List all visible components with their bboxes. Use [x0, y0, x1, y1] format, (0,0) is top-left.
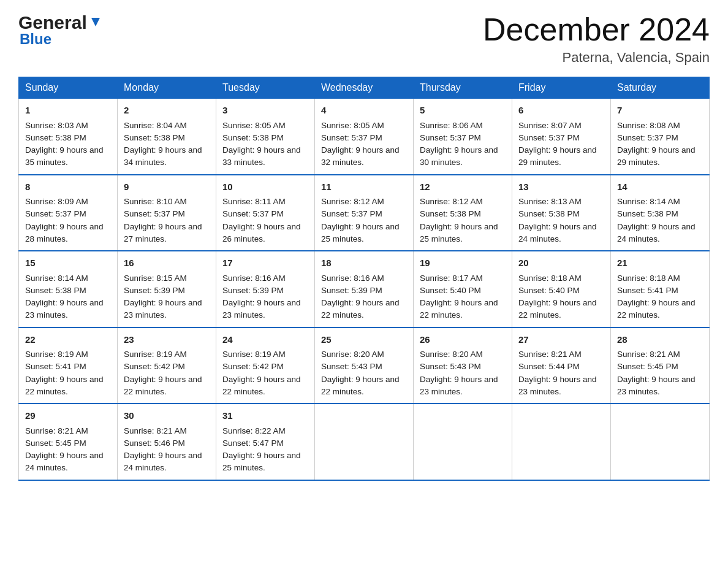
day-number: 19 — [420, 256, 506, 270]
day-number: 28 — [617, 333, 703, 347]
col-monday: Monday — [118, 77, 216, 99]
table-row: 18Sunrise: 8:16 AMSunset: 5:39 PMDayligh… — [315, 251, 414, 327]
day-info: Sunrise: 8:12 AMSunset: 5:37 PMDaylight:… — [321, 197, 400, 243]
day-number: 7 — [617, 104, 703, 118]
day-info: Sunrise: 8:16 AMSunset: 5:39 PMDaylight:… — [321, 274, 400, 320]
table-row — [611, 404, 710, 480]
location-subtitle: Paterna, Valencia, Spain — [483, 50, 710, 66]
table-row: 30Sunrise: 8:21 AMSunset: 5:46 PMDayligh… — [118, 404, 216, 480]
day-info: Sunrise: 8:13 AMSunset: 5:38 PMDaylight:… — [518, 197, 597, 243]
table-row: 5Sunrise: 8:06 AMSunset: 5:37 PMDaylight… — [414, 99, 512, 175]
day-info: Sunrise: 8:14 AMSunset: 5:38 PMDaylight:… — [617, 197, 696, 243]
day-info: Sunrise: 8:05 AMSunset: 5:37 PMDaylight:… — [321, 121, 400, 167]
day-info: Sunrise: 8:16 AMSunset: 5:39 PMDaylight:… — [222, 274, 301, 320]
day-number: 26 — [420, 333, 506, 347]
day-info: Sunrise: 8:21 AMSunset: 5:44 PMDaylight:… — [518, 350, 597, 396]
day-info: Sunrise: 8:18 AMSunset: 5:41 PMDaylight:… — [617, 274, 696, 320]
table-row: 2Sunrise: 8:04 AMSunset: 5:38 PMDaylight… — [118, 99, 216, 175]
day-number: 9 — [124, 180, 210, 194]
table-row: 4Sunrise: 8:05 AMSunset: 5:37 PMDaylight… — [315, 99, 414, 175]
table-row: 13Sunrise: 8:13 AMSunset: 5:38 PMDayligh… — [512, 175, 611, 251]
table-row: 1Sunrise: 8:03 AMSunset: 5:38 PMDaylight… — [19, 99, 118, 175]
logo: General Blue — [18, 12, 102, 48]
logo-blue-text: Blue — [20, 31, 102, 48]
day-info: Sunrise: 8:17 AMSunset: 5:40 PMDaylight:… — [420, 274, 498, 320]
page-header: General Blue December 2024 Paterna, Vale… — [18, 12, 710, 66]
day-number: 23 — [124, 333, 210, 347]
day-number: 13 — [518, 180, 604, 194]
table-row: 23Sunrise: 8:19 AMSunset: 5:42 PMDayligh… — [118, 327, 216, 404]
table-row: 24Sunrise: 8:19 AMSunset: 5:42 PMDayligh… — [216, 327, 315, 404]
table-row: 25Sunrise: 8:20 AMSunset: 5:43 PMDayligh… — [315, 327, 414, 404]
day-info: Sunrise: 8:21 AMSunset: 5:46 PMDaylight:… — [124, 426, 202, 473]
table-row: 12Sunrise: 8:12 AMSunset: 5:38 PMDayligh… — [414, 175, 512, 251]
logo-arrow-icon — [89, 15, 102, 29]
logo-general-text: General — [18, 12, 87, 33]
day-info: Sunrise: 8:21 AMSunset: 5:45 PMDaylight:… — [617, 350, 696, 396]
day-number: 3 — [222, 104, 308, 118]
col-tuesday: Tuesday — [216, 77, 315, 99]
day-number: 25 — [321, 333, 407, 347]
day-info: Sunrise: 8:07 AMSunset: 5:37 PMDaylight:… — [518, 121, 597, 167]
day-info: Sunrise: 8:15 AMSunset: 5:39 PMDaylight:… — [124, 274, 202, 320]
day-number: 20 — [518, 256, 604, 270]
table-row: 27Sunrise: 8:21 AMSunset: 5:44 PMDayligh… — [512, 327, 611, 404]
day-number: 1 — [25, 104, 111, 118]
title-block: December 2024 Paterna, Valencia, Spain — [483, 12, 710, 66]
day-number: 21 — [617, 256, 703, 270]
col-friday: Friday — [512, 77, 611, 99]
month-title: December 2024 — [483, 12, 710, 47]
table-row — [512, 404, 611, 480]
table-row: 21Sunrise: 8:18 AMSunset: 5:41 PMDayligh… — [611, 251, 710, 327]
svg-marker-0 — [91, 18, 100, 26]
day-info: Sunrise: 8:06 AMSunset: 5:37 PMDaylight:… — [420, 121, 498, 167]
day-info: Sunrise: 8:21 AMSunset: 5:45 PMDaylight:… — [25, 426, 104, 473]
col-sunday: Sunday — [19, 77, 118, 99]
day-info: Sunrise: 8:20 AMSunset: 5:43 PMDaylight:… — [420, 350, 498, 396]
day-info: Sunrise: 8:19 AMSunset: 5:42 PMDaylight:… — [124, 350, 202, 396]
day-info: Sunrise: 8:10 AMSunset: 5:37 PMDaylight:… — [124, 197, 202, 243]
calendar-table: Sunday Monday Tuesday Wednesday Thursday… — [18, 77, 710, 481]
table-row: 14Sunrise: 8:14 AMSunset: 5:38 PMDayligh… — [611, 175, 710, 251]
day-info: Sunrise: 8:18 AMSunset: 5:40 PMDaylight:… — [518, 274, 597, 320]
table-row: 8Sunrise: 8:09 AMSunset: 5:37 PMDaylight… — [19, 175, 118, 251]
day-info: Sunrise: 8:19 AMSunset: 5:41 PMDaylight:… — [25, 350, 104, 396]
table-row: 22Sunrise: 8:19 AMSunset: 5:41 PMDayligh… — [19, 327, 118, 404]
day-info: Sunrise: 8:11 AMSunset: 5:37 PMDaylight:… — [222, 197, 301, 243]
calendar-header: Sunday Monday Tuesday Wednesday Thursday… — [19, 77, 710, 99]
calendar-body: 1Sunrise: 8:03 AMSunset: 5:38 PMDaylight… — [19, 99, 710, 480]
day-number: 17 — [222, 256, 308, 270]
table-row: 6Sunrise: 8:07 AMSunset: 5:37 PMDaylight… — [512, 99, 611, 175]
table-row: 29Sunrise: 8:21 AMSunset: 5:45 PMDayligh… — [19, 404, 118, 480]
day-info: Sunrise: 8:09 AMSunset: 5:37 PMDaylight:… — [25, 197, 104, 243]
table-row: 26Sunrise: 8:20 AMSunset: 5:43 PMDayligh… — [414, 327, 512, 404]
table-row: 28Sunrise: 8:21 AMSunset: 5:45 PMDayligh… — [611, 327, 710, 404]
table-row: 20Sunrise: 8:18 AMSunset: 5:40 PMDayligh… — [512, 251, 611, 327]
day-number: 15 — [25, 256, 111, 270]
table-row: 15Sunrise: 8:14 AMSunset: 5:38 PMDayligh… — [19, 251, 118, 327]
day-info: Sunrise: 8:14 AMSunset: 5:38 PMDaylight:… — [25, 274, 104, 320]
table-row: 3Sunrise: 8:05 AMSunset: 5:38 PMDaylight… — [216, 99, 315, 175]
table-row: 7Sunrise: 8:08 AMSunset: 5:37 PMDaylight… — [611, 99, 710, 175]
day-number: 30 — [124, 409, 210, 423]
day-number: 4 — [321, 104, 407, 118]
day-number: 18 — [321, 256, 407, 270]
table-row: 17Sunrise: 8:16 AMSunset: 5:39 PMDayligh… — [216, 251, 315, 327]
day-info: Sunrise: 8:22 AMSunset: 5:47 PMDaylight:… — [222, 426, 301, 473]
col-wednesday: Wednesday — [315, 77, 414, 99]
day-info: Sunrise: 8:08 AMSunset: 5:37 PMDaylight:… — [617, 121, 696, 167]
day-number: 6 — [518, 104, 604, 118]
table-row: 31Sunrise: 8:22 AMSunset: 5:47 PMDayligh… — [216, 404, 315, 480]
day-number: 29 — [25, 409, 111, 423]
day-number: 10 — [222, 180, 308, 194]
day-number: 2 — [124, 104, 210, 118]
day-info: Sunrise: 8:04 AMSunset: 5:38 PMDaylight:… — [124, 121, 202, 167]
table-row: 9Sunrise: 8:10 AMSunset: 5:37 PMDaylight… — [118, 175, 216, 251]
table-row: 16Sunrise: 8:15 AMSunset: 5:39 PMDayligh… — [118, 251, 216, 327]
day-number: 12 — [420, 180, 506, 194]
day-number: 14 — [617, 180, 703, 194]
day-info: Sunrise: 8:20 AMSunset: 5:43 PMDaylight:… — [321, 350, 400, 396]
day-number: 31 — [222, 409, 308, 423]
col-thursday: Thursday — [414, 77, 512, 99]
day-number: 22 — [25, 333, 111, 347]
